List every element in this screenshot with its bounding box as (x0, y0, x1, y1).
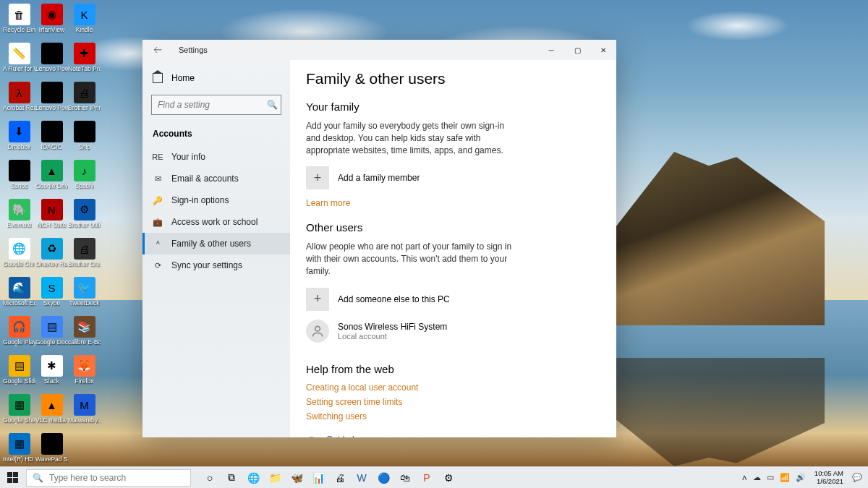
desktop-icon[interactable]: ▦Google Sheets (3, 394, 35, 432)
onedrive-icon[interactable]: ☁ (753, 473, 761, 482)
desktop-icon[interactable]: ✚NoteTab Pro (68, 43, 101, 80)
app-icon: ▦ (9, 433, 30, 455)
desktop-icon[interactable]: MMalwareby... (68, 394, 101, 432)
desktop-icon[interactable]: 🎧Google Play Music (3, 316, 35, 354)
icon-label: IrfanView (39, 27, 64, 33)
volume-icon[interactable]: 🔊 (796, 473, 806, 482)
powerpoint-taskbar-icon[interactable]: P (417, 467, 437, 489)
settings-window: 🡠 Settings ─ ▢ ✕ Home 🔍 Accounts REYour … (142, 40, 616, 437)
learn-more-link[interactable]: Learn more (306, 198, 600, 208)
desktop-icon[interactable]: ▲VLC media player (35, 394, 68, 432)
sidebar-item-sync-your-settings[interactable]: ⟳Sync your settings (142, 254, 290, 276)
close-button[interactable]: ✕ (590, 40, 616, 60)
desktop-icon[interactable]: 🖨Brother Creati... (68, 238, 101, 275)
icon-label: Evernote (7, 222, 31, 228)
sidebar-item-your-info[interactable]: REYour info (142, 146, 290, 168)
help-link[interactable]: Setting screen time limits (306, 397, 600, 407)
notifications-icon[interactable]: 💬 (852, 473, 862, 482)
desktop-icon[interactable]: ▶Lenovo PowerDVD 10 (35, 82, 68, 119)
app-icon: 🌐 (9, 238, 30, 260)
desktop-icon[interactable]: ♪Spotify (68, 160, 101, 197)
word-taskbar-icon[interactable]: W (352, 467, 372, 489)
other-desc: Allow people who are not part of your fa… (306, 241, 516, 277)
desktop-icon[interactable]: ◉IrfanView (35, 4, 68, 41)
help-link[interactable]: Switching users (306, 411, 600, 421)
desktop-icon[interactable]: SSonos (3, 160, 35, 197)
app-taskbar-icon[interactable]: 📊 (308, 467, 328, 489)
task-view-button[interactable]: ⧉ (221, 467, 242, 489)
desktop-icon[interactable]: 🐘Evernote (3, 199, 35, 236)
tray-icon[interactable]: ▭ (767, 473, 774, 482)
desktop-icon[interactable]: KKindle (68, 4, 101, 41)
desktop-icon[interactable]: 📏A Ruler for Windows (3, 43, 35, 80)
icon-label: Dropbox (7, 144, 30, 150)
maximize-button[interactable]: ▢ (564, 40, 590, 60)
desktop-icon[interactable]: 📚calibre E-Book man... (68, 316, 101, 354)
desktop-icon[interactable]: SSkype (35, 277, 68, 314)
user-account-row[interactable]: Sonos Wireless HiFi System Local account (306, 320, 600, 343)
desktop-icon[interactable]: ▤Google Docs (35, 316, 68, 354)
sidebar-item-icon: ᴬ (153, 239, 163, 249)
app-icon: ⚙ (74, 199, 95, 221)
search-input[interactable]: 🔍 (151, 95, 281, 115)
desktop-icon[interactable]: ▦Intel(R) HD Graphics C... (3, 433, 35, 471)
desktop-icon[interactable]: 🐦TweetDeck (68, 277, 101, 314)
desktop-icon[interactable]: 🌊Microsoft Edge (3, 277, 35, 314)
start-button[interactable] (0, 467, 25, 489)
minimize-button[interactable]: ─ (538, 40, 564, 60)
app-icon: ♪ (74, 160, 95, 181)
sidebar-item-email-accounts[interactable]: ✉Email & accounts (142, 168, 290, 189)
explorer-taskbar-icon[interactable]: 📁 (265, 467, 285, 489)
desktop-icon[interactable]: ⚙Brother Utilities (68, 199, 101, 236)
app-taskbar-icon[interactable]: 🖨 (330, 467, 350, 489)
desktop-icon[interactable]: ◎Lenovo Power2Go (35, 43, 68, 80)
icon-label: Google Docs (35, 339, 68, 346)
desktop-icon[interactable]: 🌐Google Chrome (3, 238, 35, 275)
wifi-icon[interactable]: 📶 (780, 473, 790, 482)
clock[interactable]: 10:05 AM 1/6/2021 (812, 470, 846, 485)
desktop-icon[interactable]: ▤Google Slides (3, 355, 35, 393)
sidebar-item-access-work-or-school[interactable]: 💼Access work or school (142, 211, 290, 233)
get-help-button[interactable]: 💬 Get help (306, 435, 600, 437)
chrome-taskbar-icon[interactable]: 🔵 (373, 467, 393, 489)
help-link[interactable]: Creating a local user account (306, 382, 600, 393)
icon-label: calibre E-Book man... (68, 339, 101, 346)
desktop-icon[interactable]: 🖨Brother iPrint&Scan (68, 82, 101, 119)
add-other-user-button[interactable]: + Add someone else to this PC (306, 288, 600, 311)
desktop-icon[interactable]: ✂Snip (68, 121, 101, 158)
desktop-icon[interactable]: ⬇Dropbox (3, 121, 35, 158)
family-heading: Your family (306, 100, 600, 113)
app-icon: ⬇ (9, 121, 30, 142)
edge-taskbar-icon[interactable]: 🌐 (243, 467, 263, 489)
desktop-icon[interactable]: ♻OneKey Recovery (35, 238, 68, 275)
sidebar-item-family-other-users[interactable]: ᴬFamily & other users (142, 233, 290, 254)
tray-chevron-icon[interactable]: ʌ (742, 473, 747, 482)
sidebar-item-sign-in-options[interactable]: 🔑Sign-in options (142, 189, 290, 211)
desktop-icon[interactable]: ≡WavePad Sound Editor (35, 433, 68, 471)
desktop-icon[interactable]: λAcrobat Reader DC (3, 82, 35, 119)
desktop-icon[interactable]: ✱Slack (35, 355, 68, 393)
icon-label: NCH Suite (37, 222, 66, 228)
store-taskbar-icon[interactable]: 🛍 (395, 467, 415, 489)
sidebar-item-label: Family & other users (171, 239, 251, 249)
cortana-button[interactable]: ○ (200, 467, 220, 489)
search-icon: 🔍 (267, 100, 278, 110)
desktop-icon[interactable]: 🗑Recycle Bin (3, 4, 35, 41)
user-subtitle: Local account (338, 332, 447, 341)
search-field[interactable] (158, 100, 267, 110)
taskbar-search[interactable]: 🔍 Type here to search (26, 469, 191, 487)
add-family-member-button[interactable]: + Add a family member (306, 166, 600, 189)
app-taskbar-icon[interactable]: 🦋 (286, 467, 307, 489)
desktop-icon[interactable]: ▲Google Drive (35, 160, 68, 197)
icon-label: Brother Creati... (68, 261, 101, 267)
desktop-icon[interactable]: NNCH Suite (35, 199, 68, 236)
back-button[interactable]: 🡠 (151, 45, 164, 55)
desktop-icon[interactable]: 🦊Firefox (68, 355, 101, 393)
app-icon: 🐦 (74, 277, 95, 299)
settings-taskbar-icon[interactable]: ⚙ (438, 467, 459, 489)
webhelp-heading: Help from the web (306, 363, 600, 375)
desktop-icon[interactable]: ▶IDAGIO (35, 121, 68, 158)
icon-label: Sonos (10, 183, 27, 189)
sidebar-item-label: Sign-in options (171, 195, 229, 205)
home-button[interactable]: Home (142, 67, 290, 89)
